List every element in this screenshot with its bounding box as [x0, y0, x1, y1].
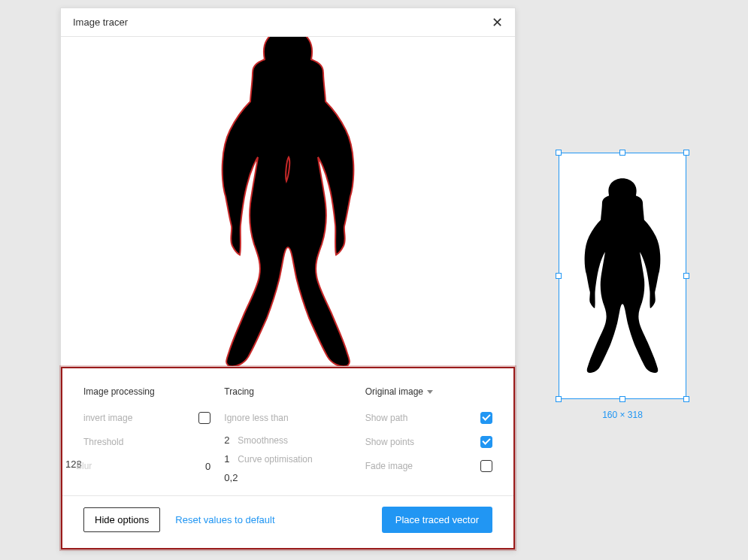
curve-optimisation-value[interactable]: 0,2 [224, 472, 245, 483]
resize-handle-bottom-left[interactable] [556, 396, 562, 402]
tracing-column: Tracing Ignore less than 2 Smoothness 1 … [224, 386, 351, 491]
preview-area [61, 37, 515, 366]
traced-silhouette-large [190, 37, 386, 366]
show-points-label: Show points [365, 437, 414, 447]
ignore-less-than-value[interactable]: 2 [224, 434, 238, 446]
dialog-header: Image tracer ✕ [61, 8, 515, 37]
invert-image-checkbox[interactable] [198, 412, 210, 424]
resize-handle-bottom-middle[interactable] [619, 396, 625, 402]
fade-image-label: Fade image [365, 461, 413, 471]
selection-box [559, 153, 686, 399]
show-path-label: Show path [365, 413, 408, 423]
blur-value[interactable]: 0 [205, 461, 210, 472]
ignore-less-than-label: Ignore less than [224, 413, 288, 423]
blur-label: Blur [76, 461, 92, 471]
invert-image-label: invert image [83, 413, 132, 423]
fade-image-checkbox[interactable] [480, 460, 492, 472]
display-column: Original image Show path Show points Fad… [365, 386, 492, 491]
reset-values-link[interactable]: Reset values to default [175, 514, 274, 525]
dialog-footer: Hide options Reset values to default Pla… [62, 495, 513, 543]
tracing-heading: Tracing [224, 386, 351, 397]
curve-optimisation-label: Curve optimisation [238, 454, 312, 465]
place-traced-vector-button[interactable]: Place traced vector [382, 507, 492, 533]
resize-handle-middle-left[interactable] [556, 273, 562, 279]
smoothness-label: Smoothness [238, 435, 288, 446]
resize-handle-middle-right[interactable] [683, 273, 689, 279]
smoothness-value[interactable]: 1 [224, 453, 238, 465]
options-panel: Image processing invert image Threshold … [61, 367, 515, 549]
image-processing-column: Image processing invert image Threshold … [83, 386, 210, 491]
resize-handle-top-right[interactable] [683, 150, 689, 156]
chevron-down-icon [427, 390, 433, 394]
hide-options-button[interactable]: Hide options [83, 507, 160, 532]
show-points-checkbox[interactable] [480, 436, 492, 448]
original-image-dropdown-label: Original image [365, 386, 423, 397]
image-processing-heading: Image processing [83, 386, 210, 397]
resize-handle-bottom-right[interactable] [683, 396, 689, 402]
canvas-image-selection[interactable]: 160 × 318 [553, 147, 692, 405]
dialog-title: Image tracer [73, 17, 128, 28]
image-tracer-dialog: Image tracer ✕ Image processing invert i… [60, 8, 516, 550]
original-image-dropdown[interactable]: Original image [365, 386, 433, 397]
show-path-checkbox[interactable] [480, 412, 492, 424]
threshold-label: Threshold [83, 437, 123, 447]
close-icon[interactable]: ✕ [492, 16, 503, 29]
selection-dimensions: 160 × 318 [553, 410, 692, 420]
selected-image-silhouette [566, 159, 679, 392]
resize-handle-top-middle[interactable] [619, 150, 625, 156]
resize-handle-top-left[interactable] [556, 150, 562, 156]
